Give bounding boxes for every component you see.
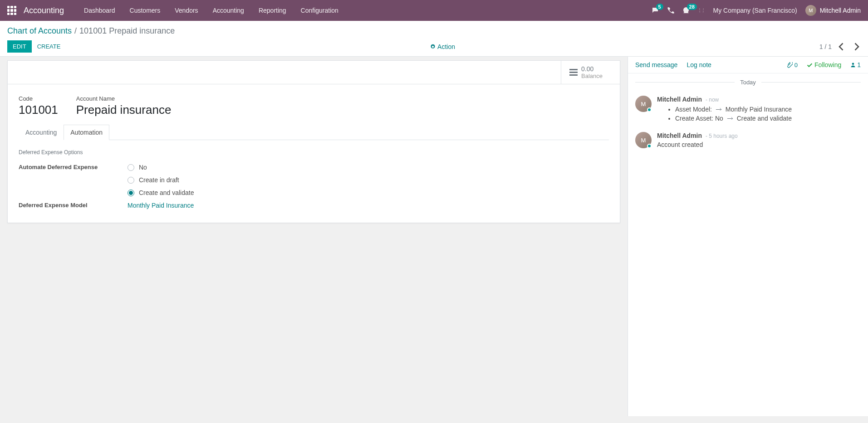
- nav-vendors[interactable]: Vendors: [167, 1, 205, 20]
- control-panel: Chart of Accounts / 101001 Prepaid insur…: [0, 21, 868, 57]
- nav-customers[interactable]: Customers: [123, 1, 168, 20]
- change-item: Asset Model: 🡒 Monthly Paid Insurance: [675, 105, 861, 114]
- message-item: M Mitchell Admin - now Asset Model: 🡒 Mo…: [628, 91, 868, 127]
- message-time: - now: [706, 97, 719, 103]
- person-icon: [850, 62, 856, 68]
- message-item: M Mitchell Admin - 5 hours ago Account c…: [628, 127, 868, 153]
- code-value: 101001: [19, 103, 58, 117]
- nav-configuration[interactable]: Configuration: [294, 1, 346, 20]
- send-message-button[interactable]: Send message: [635, 61, 677, 68]
- nav-reporting[interactable]: Reporting: [251, 1, 294, 20]
- model-link[interactable]: Monthly Paid Insurance: [128, 202, 194, 209]
- automate-label: Automate Deferred Expense: [19, 164, 128, 196]
- messaging-badge: 5: [656, 4, 663, 10]
- balance-stat-button[interactable]: 0.00 Balance: [561, 61, 620, 84]
- name-value: Prepaid insurance: [76, 103, 172, 117]
- user-menu[interactable]: M Mitchell Admin: [805, 5, 861, 16]
- chatter: Send message Log note 0 Following 1 Toda…: [628, 57, 868, 416]
- form-sheet: 0.00 Balance Code 101001 Account Name: [7, 60, 620, 223]
- nav-dashboard[interactable]: Dashboard: [77, 1, 123, 20]
- debug-icon[interactable]: [698, 7, 705, 14]
- breadcrumb: Chart of Accounts / 101001 Prepaid insur…: [7, 26, 861, 36]
- radio-icon: [128, 177, 134, 184]
- svg-point-0: [852, 63, 854, 65]
- section-title: Deferred Expense Options: [19, 149, 609, 156]
- action-dropdown[interactable]: Action: [430, 43, 455, 50]
- check-icon: [807, 62, 813, 68]
- company-switcher[interactable]: My Company (San Francisco): [713, 7, 797, 14]
- avatar-icon: M: [635, 132, 652, 148]
- balance-label: Balance: [581, 73, 603, 79]
- radio-icon: [128, 164, 134, 171]
- create-button[interactable]: Create: [32, 40, 66, 53]
- message-author[interactable]: Mitchell Admin: [657, 96, 702, 103]
- phone-icon[interactable]: [667, 7, 674, 14]
- radio-icon: [128, 190, 134, 196]
- edit-button[interactable]: Edit: [7, 40, 32, 53]
- main-navbar: Accounting Dashboard Customers Vendors A…: [0, 0, 868, 21]
- apps-menu-icon[interactable]: [7, 6, 16, 15]
- gear-icon: [430, 44, 436, 49]
- radio-create-validate[interactable]: Create and validate: [128, 189, 609, 196]
- code-label: Code: [19, 95, 58, 102]
- change-item: Create Asset: No 🡒 Create and validate: [675, 114, 861, 123]
- message-author[interactable]: Mitchell Admin: [657, 132, 702, 139]
- bars-icon: [569, 69, 578, 76]
- breadcrumb-parent[interactable]: Chart of Accounts: [7, 26, 72, 36]
- message-time: - 5 hours ago: [706, 133, 738, 139]
- activities-badge: 28: [687, 4, 697, 10]
- pager-prev-icon[interactable]: [837, 42, 846, 51]
- online-dot-icon: [647, 144, 652, 148]
- nav-accounting[interactable]: Accounting: [206, 1, 251, 20]
- avatar-icon: M: [635, 96, 652, 112]
- tab-accounting[interactable]: Accounting: [19, 125, 64, 140]
- user-avatar-icon: M: [805, 5, 816, 16]
- name-label: Account Name: [76, 95, 172, 102]
- user-name: Mitchell Admin: [820, 7, 861, 14]
- pager-next-icon[interactable]: [852, 42, 861, 51]
- following-button[interactable]: Following: [807, 61, 841, 68]
- followers-button[interactable]: 1: [850, 61, 861, 68]
- attachments-button[interactable]: 0: [787, 62, 798, 68]
- radio-no[interactable]: No: [128, 164, 609, 171]
- pager-text[interactable]: 1 / 1: [819, 43, 832, 50]
- message-text: Account created: [657, 141, 861, 148]
- arrow-right-icon: 🡒: [716, 106, 722, 113]
- model-label: Deferred Expense Model: [19, 202, 128, 209]
- radio-create-draft[interactable]: Create in draft: [128, 176, 609, 184]
- breadcrumb-current: 101001 Prepaid insurance: [79, 26, 175, 36]
- arrow-right-icon: 🡒: [727, 115, 733, 122]
- log-note-button[interactable]: Log note: [687, 61, 711, 68]
- balance-value: 0.00: [581, 65, 603, 73]
- tab-automation[interactable]: Automation: [64, 125, 109, 140]
- paperclip-icon: [787, 62, 793, 68]
- activities-icon[interactable]: 28: [682, 7, 690, 14]
- app-name[interactable]: Accounting: [24, 6, 64, 15]
- date-separator: Today: [628, 73, 868, 91]
- online-dot-icon: [647, 107, 652, 112]
- messaging-icon[interactable]: 5: [652, 7, 659, 14]
